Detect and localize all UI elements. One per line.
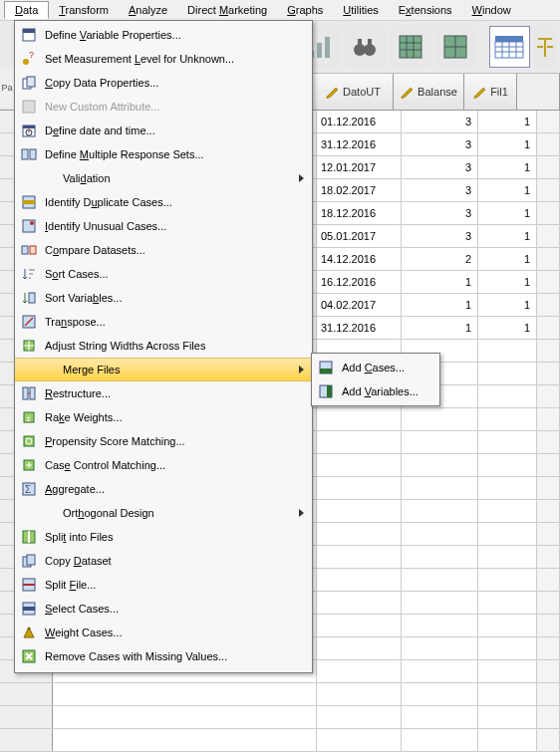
menu-item-dup[interactable]: Identify Duplicate Cases... xyxy=(15,190,312,214)
menu-item-split-file[interactable]: Split File... xyxy=(15,573,312,597)
cell-empty[interactable] xyxy=(537,683,560,705)
cell-dato[interactable] xyxy=(317,546,402,568)
cell-fil[interactable]: 1 xyxy=(478,202,537,224)
submenu-item-1[interactable]: Add Variables... xyxy=(312,379,439,403)
cell-balanse[interactable]: 3 xyxy=(402,202,478,224)
table-row[interactable] xyxy=(0,706,560,729)
cell-fil[interactable] xyxy=(478,592,537,614)
cell-empty[interactable] xyxy=(537,592,560,614)
cell-empty[interactable] xyxy=(537,340,560,362)
menu-item-aggregate[interactable]: ΣAggregate... xyxy=(15,477,312,501)
cell-fil[interactable] xyxy=(478,569,537,591)
cell-balanse[interactable] xyxy=(402,706,478,728)
cell-fil[interactable]: 1 xyxy=(478,111,537,132)
menu-item-sort[interactable]: Sort Cases... xyxy=(15,262,312,286)
cell-dato[interactable]: 16.12.2016 xyxy=(317,271,402,293)
menu-transform[interactable]: Transform xyxy=(49,2,119,18)
cell-fil[interactable]: 1 xyxy=(478,225,537,247)
cell-empty[interactable] xyxy=(537,408,560,430)
menu-item-rake[interactable]: ±Rake Weights... xyxy=(15,405,312,429)
cell-dato[interactable] xyxy=(317,592,402,614)
cell-fil[interactable] xyxy=(478,615,537,636)
table-row[interactable] xyxy=(0,729,560,752)
cell-empty[interactable] xyxy=(537,248,560,270)
cell-empty[interactable] xyxy=(537,569,560,591)
menu-item-i14[interactable]: Merge Files xyxy=(15,358,312,381)
cell-dato[interactable]: 04.02.2017 xyxy=(317,294,402,316)
cell-dato[interactable]: 14.12.2016 xyxy=(317,248,402,270)
cell-fil[interactable] xyxy=(478,408,537,430)
cell-balanse[interactable] xyxy=(402,454,478,476)
cell-fil[interactable] xyxy=(478,683,537,705)
menu-window[interactable]: Window xyxy=(462,2,521,18)
toolbar-grid2-icon[interactable] xyxy=(434,26,475,68)
cell-balanse[interactable] xyxy=(402,546,478,568)
cell-fil[interactable]: 1 xyxy=(478,156,537,178)
cell-empty[interactable] xyxy=(537,225,560,247)
cell-empty[interactable] xyxy=(537,660,560,682)
menu-graphs[interactable]: Graphs xyxy=(277,2,333,18)
cell-fil[interactable]: 1 xyxy=(478,248,537,270)
menu-item-select[interactable]: Select Cases... xyxy=(15,597,312,621)
cell-fil[interactable] xyxy=(478,546,537,568)
cell-dato[interactable]: 12.01.2017 xyxy=(317,156,402,178)
cell-dato[interactable] xyxy=(317,454,402,476)
cell-balanse[interactable] xyxy=(402,683,478,705)
menu-item-restructure[interactable]: Restructure... xyxy=(15,381,312,405)
cell-empty[interactable] xyxy=(537,706,560,728)
menu-item-date[interactable]: Define date and time... xyxy=(15,119,312,142)
cell-empty[interactable] xyxy=(537,546,560,568)
menu-item-i6[interactable]: Validation xyxy=(15,166,312,190)
menu-item-compare[interactable]: Compare Datasets... xyxy=(15,238,312,262)
cell-balanse[interactable]: 1 xyxy=(402,271,478,293)
toolbar-binoculars-icon[interactable] xyxy=(345,26,386,68)
cell-balanse[interactable] xyxy=(402,637,478,659)
cell-empty[interactable] xyxy=(537,637,560,659)
menu-item-transpose[interactable]: Transpose... xyxy=(15,310,312,334)
cell-empty[interactable] xyxy=(537,156,560,178)
cell-fil[interactable]: 1 xyxy=(478,317,537,339)
cell-fil[interactable] xyxy=(478,477,537,499)
cell-dato[interactable]: 05.01.2017 xyxy=(317,225,402,247)
menu-item-unusual[interactable]: Identify Unusual Cases... xyxy=(15,214,312,238)
toolbar-table-icon[interactable] xyxy=(489,26,530,68)
cell-empty[interactable] xyxy=(537,179,560,201)
menu-item-split-files[interactable]: Split into Files xyxy=(15,525,312,549)
cell-balanse[interactable] xyxy=(402,615,478,636)
cell-dato[interactable]: 18.02.2017 xyxy=(317,179,402,201)
cell-balanse[interactable] xyxy=(402,500,478,522)
cell-dato[interactable] xyxy=(317,637,402,659)
cell-empty[interactable] xyxy=(537,729,560,751)
cell-balanse[interactable]: 3 xyxy=(402,111,478,132)
submenu-item-0[interactable]: Add Cases... xyxy=(312,356,439,379)
cell-dato[interactable] xyxy=(317,523,402,545)
cell-balanse[interactable] xyxy=(402,408,478,430)
cell-dato[interactable] xyxy=(317,729,402,751)
cell-fil[interactable] xyxy=(478,660,537,682)
column-header-dato[interactable]: DatoUT xyxy=(313,74,394,110)
cell-balanse[interactable] xyxy=(402,523,478,545)
cell-fil[interactable]: 1 xyxy=(478,179,537,201)
cell-fil[interactable] xyxy=(478,500,537,522)
cell-dato[interactable]: 31.12.2016 xyxy=(317,317,402,339)
cell-dato[interactable] xyxy=(317,660,402,682)
menu-item-meas-level[interactable]: ?Set Measurement Level for Unknown... xyxy=(15,47,312,71)
menu-item-var-props[interactable]: Define Variable Properties... xyxy=(15,23,312,47)
menu-analyze[interactable]: Analyze xyxy=(119,2,177,18)
cell-fil[interactable]: 1 xyxy=(478,133,537,155)
cell-empty[interactable] xyxy=(537,133,560,155)
menu-item-remove[interactable]: Remove Cases with Missing Values... xyxy=(15,644,312,668)
cell-balanse[interactable]: 3 xyxy=(402,179,478,201)
cell-empty[interactable] xyxy=(537,385,560,407)
cell-dato[interactable]: 18.12.2016 xyxy=(317,202,402,224)
toolbar-grid1-icon[interactable] xyxy=(390,26,430,68)
cell-empty[interactable] xyxy=(537,615,560,636)
cell-dato[interactable] xyxy=(317,431,402,453)
table-row[interactable] xyxy=(0,683,560,706)
menu-direct-marketing[interactable]: Direct Marketing xyxy=(177,2,277,18)
cell-balanse[interactable] xyxy=(402,592,478,614)
cell-empty[interactable] xyxy=(537,111,560,132)
cell-balanse[interactable] xyxy=(402,569,478,591)
menu-item-weight[interactable]: Weight Cases... xyxy=(15,621,312,644)
cell-dato[interactable]: 01.12.2016 xyxy=(317,111,402,132)
